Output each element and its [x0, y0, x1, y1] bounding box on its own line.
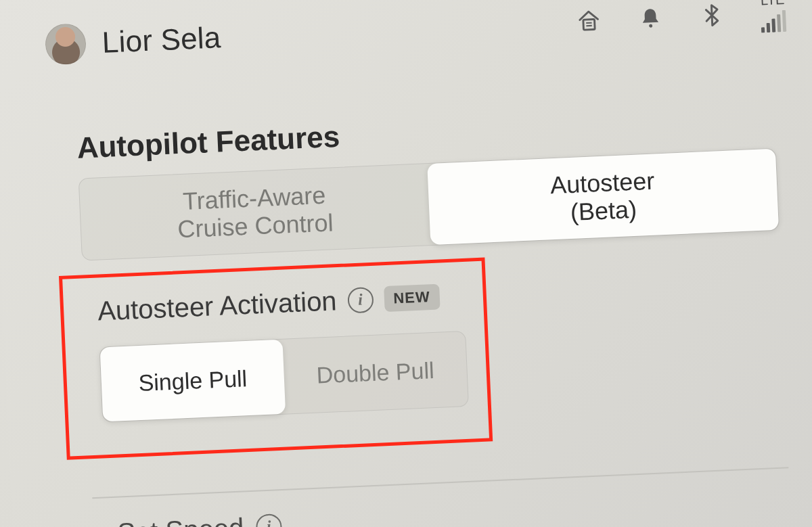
option-single-pull[interactable]: Single Pull: [100, 340, 286, 422]
bluetooth-icon[interactable]: [696, 0, 728, 31]
signal-label: LTE: [761, 0, 785, 8]
homelink-icon[interactable]: [572, 4, 605, 37]
info-icon[interactable]: i: [347, 286, 374, 313]
autosteer-activation-segmented-control: Single Pull Double Pull: [99, 331, 469, 423]
option-label: Single Pull: [138, 365, 248, 396]
section-title-autopilot-features: Autopilot Features: [76, 120, 340, 165]
option-label: Autosteer (Beta): [549, 166, 656, 227]
option-label: Double Pull: [316, 357, 434, 389]
option-double-pull[interactable]: Double Pull: [282, 331, 468, 414]
set-speed-label: Set Speed: [117, 513, 245, 527]
info-icon[interactable]: i: [255, 513, 282, 527]
cellular-signal-icon: LTE: [760, 0, 787, 32]
autopilot-mode-segmented-control: Traffic-Aware Cruise Control Autosteer (…: [78, 148, 780, 261]
new-badge: NEW: [384, 283, 441, 312]
option-label: Traffic-Aware Cruise Control: [176, 181, 334, 244]
avatar[interactable]: [45, 23, 87, 66]
option-traffic-aware-cruise-control[interactable]: Traffic-Aware Cruise Control: [79, 164, 431, 260]
bell-icon[interactable]: [634, 1, 667, 34]
option-autosteer-beta[interactable]: Autosteer (Beta): [427, 149, 779, 245]
svg-rect-0: [583, 19, 595, 30]
divider: [92, 467, 788, 499]
svg-point-3: [649, 24, 652, 27]
user-name[interactable]: Lior Sela: [102, 20, 221, 60]
